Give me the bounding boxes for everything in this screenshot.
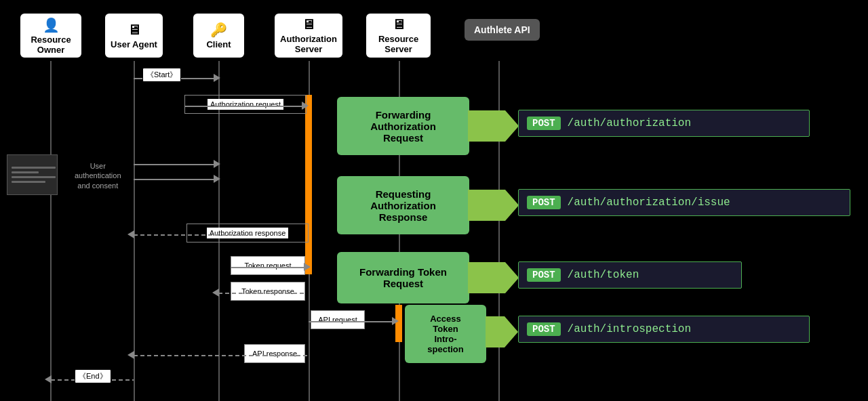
actor-client-label: Client <box>206 39 231 49</box>
arrow-api-response-head <box>127 351 134 359</box>
activation-auth-server <box>305 95 312 274</box>
actor-resource-server-label: Resource Server <box>378 34 418 54</box>
action-forwarding-auth-request-label: ForwardingAuthorizationRequest <box>370 109 436 144</box>
client-icon: 🔑 <box>210 22 227 38</box>
token-request-box: Token request <box>231 256 305 275</box>
api-path-2: /auth/authorization/issue <box>568 196 730 209</box>
auth-request-box: Authorization request <box>184 95 307 114</box>
actor-resource-owner-label: Resource Owner <box>31 35 71 55</box>
api-request-box: API request <box>311 310 365 329</box>
chevron-4 <box>486 316 518 347</box>
post-badge-2: POST <box>527 196 561 209</box>
action-access-token-introspection: AccessTokenIntro-spection <box>405 305 486 363</box>
arrow-end-head <box>45 375 52 383</box>
actor-user-agent: 🖥 User Agent <box>105 14 163 58</box>
actor-auth-server-label: Authorization Server <box>280 34 337 54</box>
actor-auth-server: 🖥 Authorization Server <box>275 14 342 58</box>
arrow-user-auth-2-head <box>214 175 220 183</box>
resource-owner-icon: 👤 <box>43 17 60 33</box>
token-response-box: Token response <box>231 282 305 301</box>
arrow-user-auth-1-head <box>214 160 220 168</box>
arrow-auth-response <box>134 234 256 236</box>
arrow-start-head <box>214 74 220 82</box>
authlete-api-label: Authlete API <box>474 24 530 35</box>
action-requesting-auth-response-label: RequestingAuthorizationResponse <box>370 188 436 223</box>
chevron-2 <box>468 190 519 221</box>
post-badge-4: POST <box>527 322 561 336</box>
user-agent-icon: 🖥 <box>127 22 141 38</box>
auth-request-label: Authorization request <box>208 99 283 110</box>
api-auth-token: POST /auth/token <box>518 261 742 289</box>
post-badge-3: POST <box>527 268 561 282</box>
action-forwarding-auth-request: ForwardingAuthorizationRequest <box>337 97 469 155</box>
api-auth-authorization-issue: POST /auth/authorization/issue <box>518 189 850 216</box>
auth-server-icon: 🖥 <box>302 17 315 33</box>
chevron-1 <box>468 110 519 142</box>
chevron-3 <box>468 262 519 293</box>
action-introspection-label: AccessTokenIntro-spection <box>427 314 463 354</box>
lifeline-resource-owner <box>50 61 52 401</box>
action-forwarding-token-request: Forwarding TokenRequest <box>337 252 469 303</box>
api-path-3: /auth/token <box>568 269 639 281</box>
auth-response-label: Authorization response <box>207 228 289 238</box>
arrow-auth-request <box>184 106 307 107</box>
arrow-auth-response-head <box>127 230 134 238</box>
api-path-4: /auth/introspection <box>568 323 691 335</box>
actor-client: 🔑 Client <box>193 14 244 58</box>
api-response-box: API response <box>244 344 305 363</box>
auth-response-box: Authorization response <box>186 224 309 242</box>
arrow-auth-request-head <box>302 102 309 110</box>
user-auth-label: Userauthenticationand consent <box>75 161 121 190</box>
token-response-label: Token response <box>241 287 294 295</box>
actor-authlete-api: Authlete API <box>465 19 540 41</box>
api-request-label: API request <box>318 316 357 324</box>
api-response-label: API response <box>252 350 297 358</box>
arrow-api-response <box>134 355 309 356</box>
actor-user-agent-label: User Agent <box>111 39 157 49</box>
arrow-user-auth-1 <box>134 164 218 165</box>
resource-server-icon: 🖥 <box>392 17 406 33</box>
action-requesting-auth-response: RequestingAuthorizationResponse <box>337 176 469 234</box>
api-path-1: /auth/authorization <box>568 117 691 129</box>
arrow-user-auth-2 <box>134 179 218 180</box>
token-request-label: Token request <box>244 261 291 270</box>
actor-resource-server: 🖥 Resource Server <box>366 14 431 58</box>
api-auth-authorization: POST /auth/authorization <box>518 110 810 137</box>
label-start: 《Start》 <box>142 68 181 82</box>
action-forwarding-token-request-label: Forwarding TokenRequest <box>359 266 447 289</box>
arrow-api-request-head <box>392 317 399 325</box>
arrow-token-response <box>218 293 307 294</box>
screen-ui <box>7 154 58 195</box>
arrow-api-request <box>309 321 397 322</box>
label-end: 《End》 <box>75 369 111 383</box>
arrow-token-request <box>231 267 309 268</box>
post-badge-1: POST <box>527 117 561 130</box>
api-auth-introspection: POST /auth/introspection <box>518 316 810 343</box>
arrow-token-response-head <box>212 289 219 297</box>
arrow-token-request-head <box>304 263 311 271</box>
actor-resource-owner: 👤 Resource Owner <box>20 14 81 58</box>
sequence-diagram: 👤 Resource Owner 🖥 User Agent 🔑 Client 🖥… <box>0 0 868 401</box>
